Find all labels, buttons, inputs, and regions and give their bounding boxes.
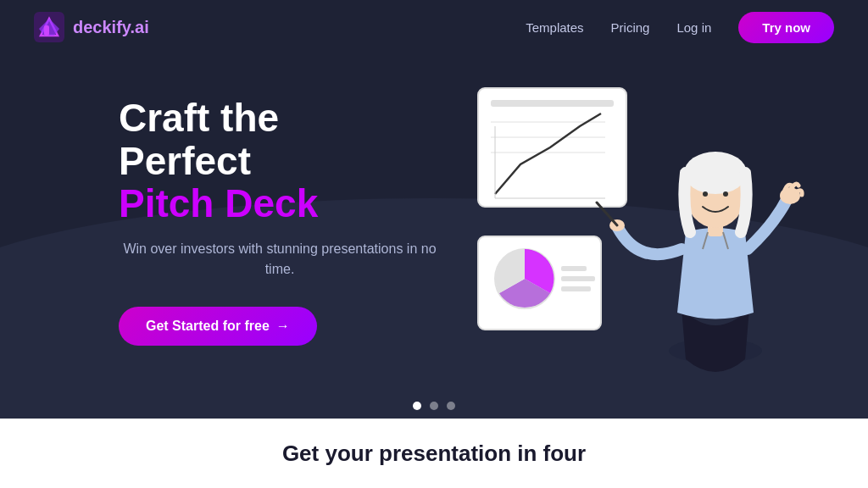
svg-rect-13 [561, 266, 587, 271]
slide-dot-1[interactable] [413, 402, 421, 410]
svg-point-20 [703, 191, 708, 197]
slide-indicators [0, 402, 868, 419]
illustration-svg [410, 63, 817, 402]
logo-text: deckify.ai [73, 18, 149, 37]
slide-dot-3[interactable] [447, 402, 455, 410]
svg-rect-3 [44, 25, 49, 36]
nav-links: Templates Pricing Log in Try now [526, 12, 834, 43]
bottom-section: Get your presentation in four [0, 419, 868, 488]
hero-title-line1: Craft the [119, 96, 279, 140]
svg-point-21 [723, 191, 728, 197]
hero-subtitle: Win over investors with stunning present… [119, 239, 441, 280]
hero-title: Craft the Perfect Pitch Deck [119, 97, 441, 225]
try-now-button[interactable]: Try now [738, 12, 834, 43]
hero-illustration [410, 63, 817, 402]
svg-rect-5 [491, 100, 614, 107]
bottom-title: Get your presentation in four [282, 441, 586, 467]
svg-rect-15 [561, 286, 591, 291]
nav-pricing[interactable]: Pricing [611, 20, 650, 35]
svg-point-19 [684, 152, 747, 194]
hero-title-line3: Pitch Deck [119, 181, 318, 225]
logo[interactable]: deckify.ai [34, 12, 149, 42]
logo-icon [34, 12, 64, 42]
arrow-icon: → [276, 319, 290, 334]
slide-dot-2[interactable] [430, 402, 438, 410]
get-started-button[interactable]: Get Started for free → [119, 307, 317, 346]
nav-templates[interactable]: Templates [526, 20, 583, 35]
navbar: deckify.ai Templates Pricing Log in Try … [0, 0, 868, 54]
hero-section: Craft the Perfect Pitch Deck Win over in… [0, 54, 868, 419]
svg-rect-14 [561, 276, 595, 281]
hero-title-line2: Perfect [119, 139, 251, 183]
hero-content: Craft the Perfect Pitch Deck Win over in… [119, 80, 441, 346]
nav-login[interactable]: Log in [676, 20, 711, 35]
get-started-label: Get Started for free [146, 319, 270, 334]
